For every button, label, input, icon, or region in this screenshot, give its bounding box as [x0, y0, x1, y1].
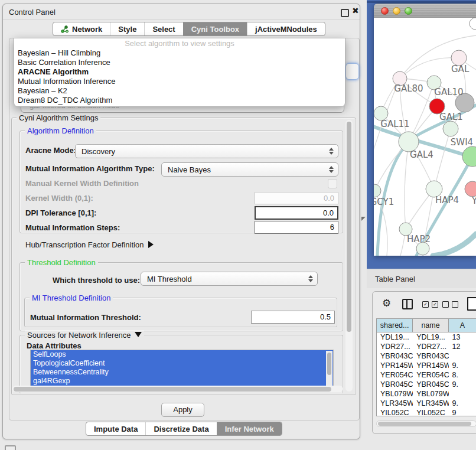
table-row[interactable]: YER054CYER054C8. [377, 370, 476, 380]
attributes-list-scrollbar-thumb[interactable] [327, 353, 331, 375]
columns-icon[interactable] [402, 299, 413, 309]
table-cell[interactable]: 13 [449, 332, 476, 342]
table-row[interactable]: YBR043CYBR043C [377, 351, 476, 361]
tab-network[interactable]: Network [53, 22, 110, 35]
manual-kernel-width-checkbox[interactable] [328, 179, 337, 188]
algorithm-option[interactable]: ARACNE Algorithm [14, 67, 345, 77]
table-cell[interactable]: YDR27... [377, 342, 413, 351]
table-row[interactable]: YPR145WYPR145W9. [377, 361, 476, 370]
table-cell[interactable]: 12 [449, 342, 476, 351]
tab-impute-data[interactable]: Impute Data [86, 422, 145, 435]
kernel-width-field[interactable]: 0.0 [255, 192, 338, 204]
table-column-header[interactable]: name [413, 319, 449, 332]
tab-discretize-data-label: Discretize Data [154, 425, 208, 433]
table-cell[interactable]: YER054C [413, 370, 448, 380]
mi-algorithm-type-select[interactable]: Naive Bayes [161, 162, 338, 177]
table-cell[interactable]: 9. [449, 380, 476, 389]
table-row[interactable]: YDR27...YDR27...12 [377, 342, 476, 351]
table-cell[interactable] [449, 351, 476, 361]
table-cell[interactable]: YBR045C [377, 380, 413, 389]
table-cell[interactable]: YPR145W [413, 361, 448, 370]
table-panel-titlebar[interactable]: Table Panel [367, 269, 476, 288]
network-node[interactable] [374, 184, 381, 197]
algorithm-option[interactable]: Bayesian – Hill Climbing [14, 48, 345, 58]
mi-steps-field[interactable]: 6 [255, 221, 338, 234]
float-panel-icon[interactable] [341, 9, 349, 17]
table-cell[interactable]: YDR27... [413, 342, 448, 351]
data-attribute-item[interactable]: TopologicalCoefficient [31, 359, 333, 368]
tab-select[interactable]: Select [144, 22, 182, 35]
close-panel-icon[interactable]: ✖ [352, 6, 359, 15]
network-canvas[interactable]: GALGAL80GAL10GAL1GAL11SWI4GAL4GCY1HAP4YH… [374, 18, 476, 256]
table-cell[interactable]: YBL079W [377, 389, 413, 399]
tab-jactivemnodules[interactable]: jActiveMNodules [247, 22, 325, 35]
mi-threshold-field[interactable]: 0.5 [251, 311, 335, 324]
minimized-panel-icon[interactable] [5, 445, 16, 450]
attributes-list-scrollbar[interactable] [326, 351, 332, 386]
chevron-down-icon [135, 332, 142, 337]
table-row[interactable]: YDL19...YDL19...13 [377, 332, 476, 342]
table-cell[interactable]: YDL19... [413, 332, 448, 342]
table-cell[interactable]: 8. [449, 370, 476, 380]
aracne-mode-select[interactable]: Discovery [75, 144, 338, 158]
algorithm-option[interactable]: Mutual Information Inference [14, 77, 345, 86]
table-cell[interactable]: YLR345W [377, 399, 413, 408]
data-attribute-item[interactable]: BetweennessCentrality [31, 368, 333, 377]
table-cell[interactable]: YBR045C [413, 380, 448, 389]
table-row[interactable]: YBR045CYBR045C9. [377, 380, 476, 389]
tab-discretize-data[interactable]: Discretize Data [145, 422, 216, 435]
algorithm-combobox-partial[interactable] [345, 63, 359, 80]
network-node[interactable] [462, 146, 476, 167]
table-column-header[interactable]: A [449, 319, 476, 332]
table-row[interactable]: YBL079WYBL079W [377, 389, 476, 399]
table-column-header[interactable]: shared... [377, 319, 413, 332]
table-cell[interactable] [449, 389, 476, 399]
network-node[interactable] [465, 181, 476, 197]
table-cell[interactable]: YBL079W [413, 389, 448, 399]
gear-icon[interactable]: ⚙ [382, 298, 391, 308]
network-node[interactable] [399, 132, 419, 152]
tab-style[interactable]: Style [110, 22, 144, 35]
table-cell[interactable]: YDL19... [377, 332, 413, 342]
table-horizontal-scrollbar[interactable] [376, 420, 476, 427]
data-attribute-item[interactable]: SelfLoops [31, 350, 333, 359]
table-cell[interactable]: YBR043C [377, 351, 413, 361]
network-node-label: GAL [451, 64, 470, 74]
control-panel-titlebar[interactable]: Control Panel ✖ [3, 4, 360, 20]
table-cell[interactable]: YER054C [377, 370, 413, 380]
select-all-columns-icon[interactable]: ✓✓ [422, 301, 438, 308]
algorithm-option[interactable]: Basic Correlation Inference [14, 58, 345, 67]
algorithm-option[interactable]: Bayesian – K2 [14, 86, 345, 96]
export-table-icon[interactable] [467, 297, 476, 311]
data-attribute-item[interactable]: gal4RGexp [31, 377, 333, 386]
dpi-tolerance-field[interactable]: 0.0 [255, 206, 338, 220]
table-cell[interactable]: 9. [449, 399, 476, 408]
table-cell[interactable]: YBR043C [413, 351, 448, 361]
settings-vertical-scrollbar[interactable] [345, 120, 353, 392]
table-cell[interactable]: 9. [449, 361, 476, 370]
table-cell[interactable]: YPR145W [377, 361, 413, 370]
which-threshold-select[interactable]: MI Threshold [141, 272, 318, 286]
tab-infer-network[interactable]: Infer Network [217, 422, 282, 435]
deselect-all-columns-icon[interactable] [442, 301, 458, 308]
table-cell[interactable]: YLR345W [413, 399, 448, 408]
algorithm-option[interactable]: Dream8 DC_TDC Algorithm [14, 96, 345, 105]
table-cell[interactable]: YIL052C [377, 408, 413, 415]
table-row[interactable]: YIL052CYIL052C9 [377, 408, 476, 415]
apply-button[interactable]: Apply [161, 403, 204, 417]
table-horizontal-scrollbar-thumb[interactable] [378, 422, 471, 426]
zoom-traffic-light-icon[interactable] [405, 7, 412, 15]
network-node[interactable] [443, 121, 458, 136]
network-window-titlebar[interactable] [374, 4, 476, 18]
table-cell[interactable]: 9 [449, 408, 476, 415]
settings-vertical-scrollbar-thumb[interactable] [347, 122, 351, 332]
tab-cyni-toolbox[interactable]: Cyni Toolbox [183, 22, 247, 35]
hub-factor-expander[interactable]: Hub/Transcription Factor Definition [25, 240, 154, 249]
minimize-traffic-light-icon[interactable] [393, 7, 400, 15]
close-traffic-light-icon[interactable] [381, 7, 389, 15]
network-node[interactable] [470, 18, 476, 30]
settings-horizontal-scrollbar-thumb[interactable] [14, 387, 331, 392]
table-cell[interactable]: YIL052C [413, 408, 448, 415]
table-row[interactable]: YLR345WYLR345W9. [377, 399, 476, 408]
settings-horizontal-scrollbar[interactable] [12, 386, 343, 392]
